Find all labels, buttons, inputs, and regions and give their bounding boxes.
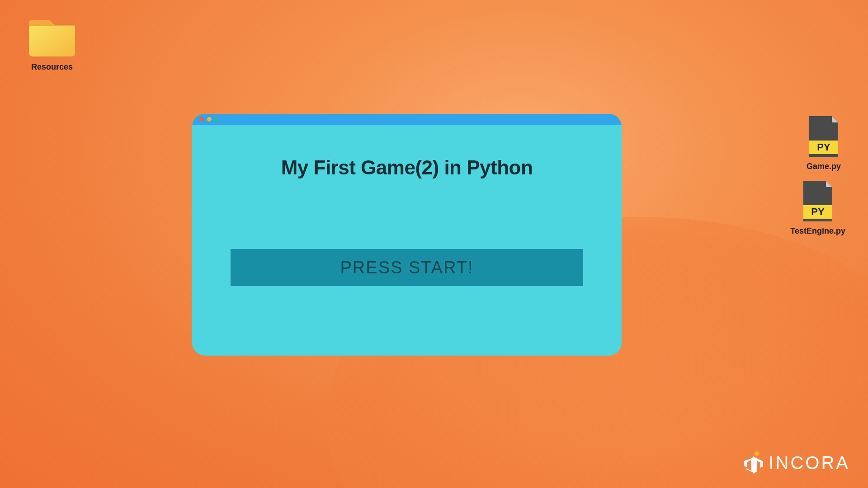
folder-icon — [27, 16, 77, 59]
file-icon: PY — [802, 180, 834, 223]
brand-name: INCORA — [769, 453, 850, 473]
desktop-file-game[interactable]: PY Game.py — [807, 115, 841, 171]
start-button[interactable]: PRESS START! — [231, 249, 583, 286]
svg-text:PY: PY — [811, 206, 825, 217]
brand-logo: INCORA — [743, 450, 850, 475]
logo-icon — [743, 450, 764, 475]
desktop-file-testengine[interactable]: PY TestEngine.py — [790, 180, 845, 236]
window-body: My First Game(2) in Python PRESS START! — [192, 125, 622, 309]
game-title: My First Game(2) in Python — [281, 156, 533, 179]
window-minimize-button[interactable] — [207, 117, 212, 122]
app-window: My First Game(2) in Python PRESS START! — [192, 114, 622, 356]
desktop-file-label: Game.py — [807, 162, 841, 171]
window-close-button[interactable] — [199, 117, 204, 122]
svg-rect-0 — [54, 21, 74, 25]
window-maximize-button[interactable] — [215, 117, 219, 122]
svg-text:PY: PY — [817, 141, 830, 153]
desktop-folder-resources[interactable]: Resources — [27, 16, 77, 72]
window-titlebar — [192, 114, 622, 125]
desktop-file-label: TestEngine.py — [790, 226, 845, 236]
file-icon: PY — [807, 115, 840, 158]
desktop-folder-label: Resources — [31, 62, 73, 72]
